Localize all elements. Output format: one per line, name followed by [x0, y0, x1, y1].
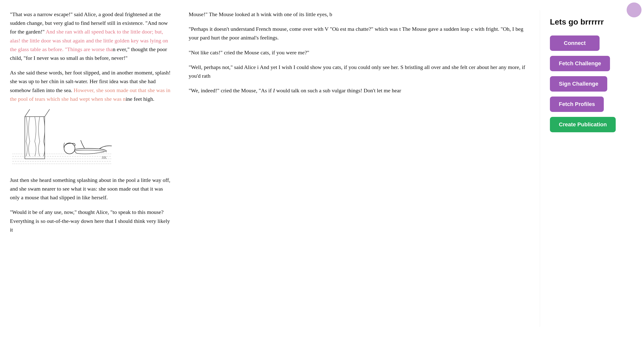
paragraph-3: Just then she heard something splashing …: [10, 176, 174, 202]
svg-rect-5: [25, 117, 45, 159]
paragraph-4: "Would it be of any use, now," thought A…: [10, 208, 174, 234]
create-publication-button[interactable]: Create Publication: [550, 117, 616, 132]
sidebar-panel: Lets go brrrrrr Connect Fetch Challenge …: [540, 10, 644, 327]
corner-decoration: [626, 2, 642, 17]
highlighted-text-1: And she ran with all speed back to the l…: [10, 28, 168, 52]
right-paragraph-2: "Perhaps it doesn't understand French mo…: [189, 24, 530, 42]
svg-line-7: [45, 109, 50, 117]
highlighted-text-2: However, she soon made out that she was …: [10, 87, 170, 102]
paragraph-2: As she said these words, her foot slippe…: [10, 68, 174, 103]
sidebar-title: Lets go brrrrrr: [550, 17, 604, 26]
paragraph-1: "That was a narrow escape!" said Alice, …: [10, 10, 174, 62]
right-paragraph-1: Mouse!" The Mouse looked at h wink with …: [189, 10, 530, 19]
alice-illustration: HK: [10, 109, 114, 169]
fetch-challenge-button[interactable]: Fetch Challenge: [550, 56, 610, 71]
right-text-column: Mouse!" The Mouse looked at h wink with …: [184, 10, 540, 327]
left-text-column: "That was a narrow escape!" said Alice, …: [10, 10, 184, 327]
fetch-profiles-button[interactable]: Fetch Profiles: [550, 96, 604, 112]
connect-button[interactable]: Connect: [550, 35, 600, 51]
svg-text:HK: HK: [102, 156, 107, 160]
right-paragraph-3: "Not like cats!" cried the Mouse cats, i…: [189, 48, 530, 57]
right-paragraph-4: "Well, perhaps not," said Alice i And ye…: [189, 63, 530, 80]
svg-line-6: [25, 109, 30, 117]
right-paragraph-5: "We, indeed!" cried the Mouse, "As if I …: [189, 86, 530, 95]
sign-challenge-button[interactable]: Sign Challenge: [550, 76, 607, 92]
